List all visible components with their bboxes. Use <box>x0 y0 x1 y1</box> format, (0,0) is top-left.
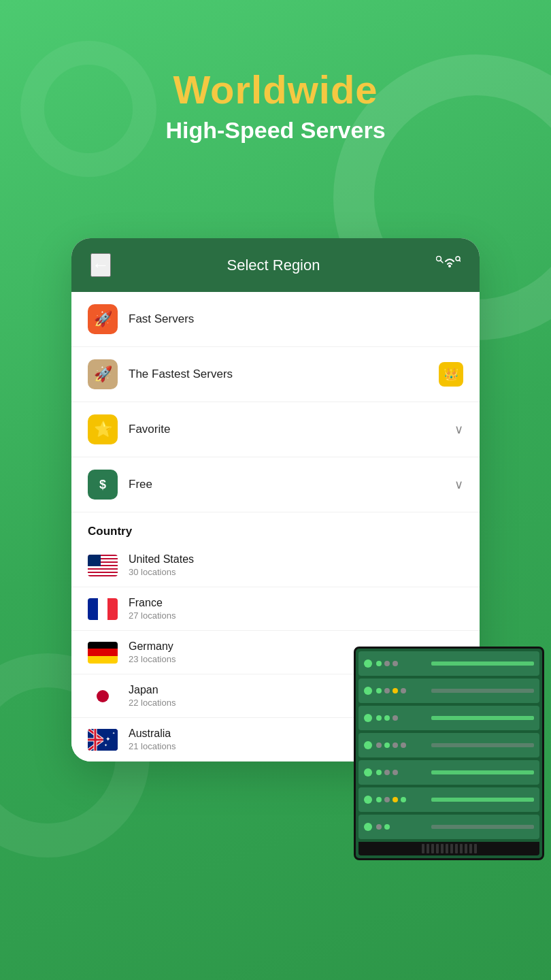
flag-jp <box>88 685 118 707</box>
jp-locations: 22 locations <box>129 698 176 708</box>
svg-line-1 <box>440 260 443 263</box>
country-item-us[interactable]: United States 30 locations <box>71 544 480 587</box>
flag-au: ✦ ✦ ✦ <box>88 729 118 751</box>
favorite-label: Favorite <box>129 423 454 436</box>
chevron-down-icon: ∨ <box>454 422 463 437</box>
menu-list: 🚀 Fast Servers 🚀 The Fastest Servers 👑 ⭐… <box>71 292 480 512</box>
wifi-search-icon <box>436 256 461 275</box>
de-name: Germany <box>129 640 176 653</box>
flag-fr <box>88 598 118 620</box>
fr-locations: 27 locations <box>129 610 176 621</box>
svg-point-2 <box>448 265 451 267</box>
us-info: United States 30 locations <box>129 553 194 577</box>
svg-line-4 <box>459 260 461 261</box>
au-info: Australia 21 locations <box>129 728 176 751</box>
favorite-icon: ⭐ <box>88 414 118 444</box>
free-label: Free <box>129 478 454 491</box>
jp-info: Japan 22 locations <box>129 684 176 708</box>
jp-name: Japan <box>129 684 176 696</box>
de-info: Germany 23 locations <box>129 640 176 664</box>
menu-item-fastest-servers[interactable]: 🚀 The Fastest Servers 👑 <box>71 347 480 402</box>
fast-servers-icon: 🚀 <box>88 304 118 334</box>
menu-item-favorite[interactable]: ⭐ Favorite ∨ <box>71 402 480 457</box>
crown-icon: 👑 <box>439 362 463 387</box>
country-section-header: Country <box>71 512 480 544</box>
svg-text:✦: ✦ <box>105 736 111 742</box>
au-name: Australia <box>129 728 176 740</box>
chevron-down-icon-free: ∨ <box>454 477 463 492</box>
favorite-right: ∨ <box>454 422 463 437</box>
flag-us <box>88 555 118 576</box>
header-section: Worldwide High-Speed Servers <box>0 68 551 144</box>
us-locations: 30 locations <box>129 567 194 577</box>
fast-servers-label: Fast Servers <box>129 312 463 326</box>
server-rack-illustration <box>354 647 544 860</box>
us-name: United States <box>129 553 194 566</box>
svg-text:✦: ✦ <box>104 743 107 747</box>
free-right: ∨ <box>454 477 463 492</box>
fastest-servers-label: The Fastest Servers <box>129 368 439 381</box>
de-locations: 23 locations <box>129 654 176 664</box>
menu-item-fast-servers[interactable]: 🚀 Fast Servers <box>71 292 480 347</box>
flag-de <box>88 642 118 664</box>
card-title: Select Region <box>227 257 320 274</box>
page-title-line2: High-Speed Servers <box>0 117 551 144</box>
background: Worldwide High-Speed Servers ← Select Re… <box>0 0 551 980</box>
fastest-servers-right: 👑 <box>439 362 463 387</box>
page-title-line1: Worldwide <box>0 68 551 112</box>
back-button[interactable]: ← <box>90 253 111 277</box>
free-icon: $ <box>88 470 118 500</box>
country-item-fr[interactable]: France 27 locations <box>71 587 480 631</box>
menu-item-free[interactable]: $ Free ∨ <box>71 457 480 512</box>
fastest-servers-icon: 🚀 <box>88 359 118 389</box>
fr-name: France <box>129 597 176 609</box>
card-header: ← Select Region <box>71 238 480 292</box>
au-locations: 21 locations <box>129 741 176 751</box>
fr-info: France 27 locations <box>129 597 176 621</box>
svg-text:✦: ✦ <box>112 731 115 735</box>
